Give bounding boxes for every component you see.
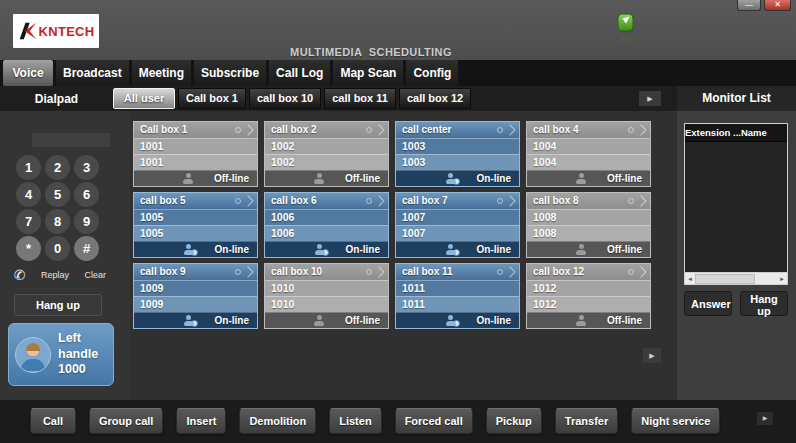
keypad-key[interactable]: 1 <box>16 155 41 180</box>
handle-number: 1000 <box>58 362 113 378</box>
extension-card[interactable]: call box 6 1006 1006 On-line <box>264 192 389 258</box>
action-button[interactable]: Forced call <box>395 408 473 434</box>
redial-phone-icon[interactable]: ✆ <box>14 267 26 283</box>
extension-number-line1: 1003 <box>396 138 519 154</box>
monitor-horizontal-scrollbar[interactable]: ◂ ▸ <box>684 273 788 285</box>
extension-card[interactable]: call box 7 1007 1007 On-line <box>395 192 520 258</box>
keypad-key[interactable]: 5 <box>45 182 70 207</box>
scroll-right-icon[interactable]: ▸ <box>777 274 787 284</box>
keypad-key[interactable]: 7 <box>16 209 41 234</box>
extension-number-line2: 1003 <box>396 154 519 170</box>
extension-card-footer: On-line <box>265 241 388 257</box>
main-tab[interactable]: Voice <box>3 60 53 86</box>
header-ring-icon <box>366 127 372 133</box>
action-button[interactable]: Demolition <box>239 408 316 434</box>
chevron-right-icon <box>635 124 646 135</box>
keypad-key[interactable]: 0 <box>45 236 70 261</box>
status-badge: Off-line <box>607 315 642 326</box>
keypad-key[interactable]: 3 <box>74 155 99 180</box>
header-ring-icon <box>235 269 241 275</box>
scroll-left-icon[interactable]: ◂ <box>685 274 695 284</box>
extension-card[interactable]: call box 5 1005 1005 On-line <box>133 192 258 258</box>
keypad-key[interactable]: 2 <box>45 155 70 180</box>
extension-card[interactable]: call center 1003 1003 On-line <box>395 121 520 187</box>
extension-card-footer: Off-line <box>527 170 650 186</box>
chevron-right-icon <box>373 266 384 277</box>
keypad-key[interactable]: 8 <box>45 209 70 234</box>
user-group-tab[interactable]: All user <box>113 88 175 109</box>
keypad: 1 2 3 4 5 6 7 8 9 * 0 # <box>16 155 99 261</box>
action-buttons: Call Group call Insert Demolition Listen… <box>30 408 720 434</box>
replay-button[interactable]: Replay <box>41 270 69 280</box>
actions-more-button[interactable]: ▶ <box>757 412 773 425</box>
person-status-icon <box>445 244 457 255</box>
dial-actions-row: ✆ Replay Clear <box>14 267 106 283</box>
action-button[interactable]: Transfer <box>555 408 618 434</box>
main-tab[interactable]: Subscribe <box>194 60 266 86</box>
extension-card-header: call box 8 <box>527 193 650 209</box>
extension-number-line1: 1007 <box>396 209 519 225</box>
main-tab[interactable]: Meeting <box>132 60 191 86</box>
close-button[interactable]: ✕ <box>764 0 791 11</box>
extension-card-header: call box 10 <box>265 264 388 280</box>
extension-card-header: call box 9 <box>134 264 257 280</box>
handle-info: Left handle 1000 <box>58 331 113 378</box>
keypad-key[interactable]: # <box>74 236 99 261</box>
action-button[interactable]: Listen <box>329 408 381 434</box>
keypad-key[interactable]: * <box>16 236 41 261</box>
kntech-logo: KNTECH <box>13 14 99 48</box>
grid-more-button[interactable]: ▶ <box>643 348 661 363</box>
extension-number-line2: 1011 <box>396 296 519 312</box>
operator-avatar-icon <box>15 337 51 373</box>
scrollbar-thumb[interactable] <box>695 274 755 284</box>
keypad-key[interactable]: 9 <box>74 209 99 234</box>
extension-name: call box 5 <box>140 195 186 206</box>
extension-number-line2: 1006 <box>265 225 388 241</box>
application-window: KNTECH MULTIMEDIA SCHEDULTING COMMAND SY… <box>0 0 796 443</box>
dial-number-input[interactable] <box>32 133 110 147</box>
clear-button[interactable]: Clear <box>84 270 106 280</box>
user-group-tab[interactable]: call box 12 <box>399 88 471 109</box>
header-ring-icon <box>628 127 634 133</box>
main-tab[interactable]: Call Log <box>269 60 330 86</box>
header-ring-icon <box>366 269 372 275</box>
extension-card[interactable]: Call box 1 1001 1001 Off-line <box>133 121 258 187</box>
user-group-tab[interactable]: call box 10 <box>249 88 321 109</box>
extension-card-header: call box 12 <box>527 264 650 280</box>
keypad-key[interactable]: 4 <box>16 182 41 207</box>
online-tick-icon <box>191 249 198 256</box>
extension-card-header: call box 7 <box>396 193 519 209</box>
main-tab[interactable]: Config <box>406 60 458 86</box>
extension-card[interactable]: call box 8 1008 1008 Off-line <box>526 192 651 258</box>
monitor-hangup-button[interactable]: Hang up <box>740 291 788 316</box>
answer-button[interactable]: Answer <box>684 291 732 316</box>
action-button[interactable]: Group call <box>89 408 163 434</box>
minimize-button[interactable]: — <box>737 0 761 11</box>
extension-number-line1: 1010 <box>265 280 388 296</box>
handset-icon-reflection <box>619 37 634 44</box>
subnav-more-button[interactable]: ▶ <box>639 91 661 106</box>
main-tab[interactable]: Broadcast <box>56 60 129 86</box>
online-tick-icon <box>453 320 460 327</box>
extension-card[interactable]: call box 12 1012 1012 Off-line <box>526 263 651 329</box>
status-badge: Off-line <box>345 173 380 184</box>
keypad-key[interactable]: 6 <box>74 182 99 207</box>
extension-number-line2: 1012 <box>527 296 650 312</box>
person-status-icon <box>183 315 195 326</box>
extension-card[interactable]: call box 2 1002 1002 Off-line <box>264 121 389 187</box>
main-tab[interactable]: Map Scan <box>333 60 403 86</box>
header-ring-icon <box>628 198 634 204</box>
extension-card[interactable]: call box 4 1004 1004 Off-line <box>526 121 651 187</box>
extension-card-header: call box 5 <box>134 193 257 209</box>
action-button[interactable]: Call <box>30 408 76 434</box>
action-button[interactable]: Night service <box>631 408 720 434</box>
action-button[interactable]: Pickup <box>486 408 542 434</box>
action-button[interactable]: Insert <box>176 408 226 434</box>
extension-card[interactable]: call box 10 1010 1010 Off-line <box>264 263 389 329</box>
hangup-button[interactable]: Hang up <box>14 294 102 316</box>
extension-card[interactable]: call box 9 1009 1009 On-line <box>133 263 258 329</box>
user-group-tab[interactable]: call box 11 <box>324 88 396 109</box>
left-handle-card[interactable]: Left handle 1000 <box>8 323 114 386</box>
extension-card[interactable]: call box 11 1011 1011 On-line <box>395 263 520 329</box>
user-group-tab[interactable]: Call box 1 <box>178 88 246 109</box>
